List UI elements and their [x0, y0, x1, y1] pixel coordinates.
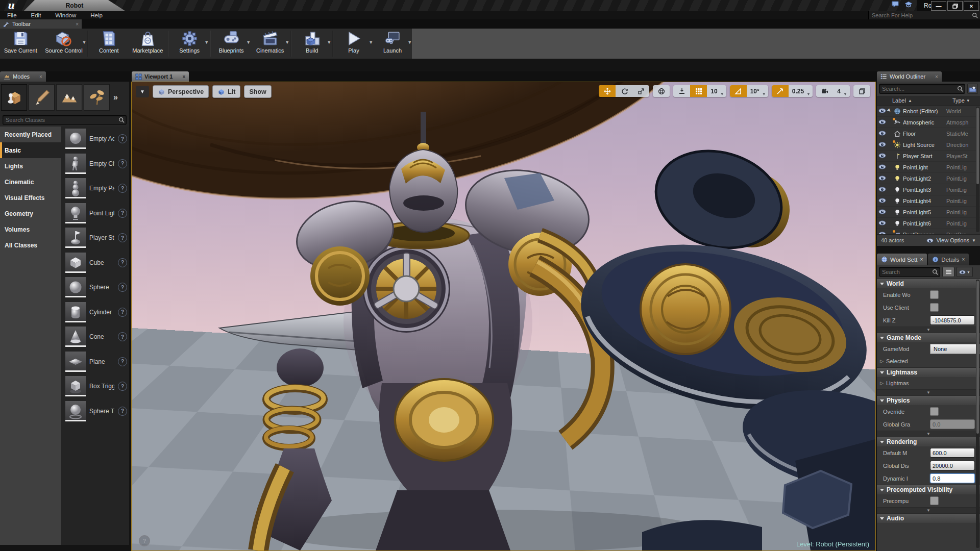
placeable-item-sphere[interactable]: Sphere?	[61, 275, 129, 300]
help-question-icon[interactable]: ?	[118, 184, 127, 193]
chevron-down-icon[interactable]: ▼	[407, 40, 412, 45]
close-icon[interactable]: ×	[76, 21, 79, 27]
column-label[interactable]: Label ▲	[877, 96, 952, 105]
toolbar-button-save-current[interactable]: Save Current	[0, 29, 41, 59]
display-filter-button[interactable]: ▼	[957, 267, 973, 277]
help-question-icon[interactable]: ?	[118, 159, 127, 168]
placeable-item-empty-ch[interactable]: Empty Ch?	[61, 152, 129, 177]
tab-details[interactable]: iDetails×	[928, 254, 969, 265]
help-question-icon[interactable]: ?	[118, 233, 127, 242]
tutorials-graduation-icon[interactable]	[904, 1, 913, 8]
help-question-icon[interactable]: ?	[118, 332, 127, 341]
number-input[interactable]: 0.8	[930, 473, 975, 483]
modes-overflow-chevron-icon[interactable]: »	[113, 93, 118, 102]
camera-speed-button[interactable]	[816, 85, 833, 97]
title-bar[interactable]: u Robot Robot — ×	[0, 0, 980, 11]
toolbar-button-source-control[interactable]: ▼Source Control	[41, 29, 87, 59]
outliner-row-pointlight[interactable]: PointLightPointLig	[877, 162, 980, 173]
modes-tab[interactable]: Modes ×	[0, 71, 46, 82]
number-input[interactable]: 20000.0	[930, 461, 975, 470]
chevron-down-icon[interactable]: ▼	[327, 40, 331, 45]
visibility-eye-icon[interactable]	[878, 108, 886, 115]
section-expander[interactable]: ▼	[877, 431, 980, 437]
create-actor-button[interactable]	[967, 84, 978, 94]
landscape-tool-button[interactable]	[56, 84, 82, 111]
menu-item-edit[interactable]: Edit	[24, 12, 48, 18]
outliner-row-robot-editor[interactable]: ▶Robot (Editor)World	[877, 106, 980, 117]
paint-tool-button[interactable]	[29, 84, 55, 111]
close-icon[interactable]: ×	[920, 257, 923, 262]
globe-button[interactable]	[653, 85, 670, 97]
help-question-icon[interactable]: ?	[118, 382, 127, 391]
help-search[interactable]	[868, 11, 980, 19]
snap-value-button[interactable]: 10▼	[707, 85, 726, 97]
settings-search-box[interactable]	[879, 267, 940, 277]
modes-category-visual-effects[interactable]: Visual Effects	[0, 190, 61, 206]
checkbox[interactable]	[930, 290, 939, 299]
column-type[interactable]: Type ▼	[952, 96, 980, 105]
rotate-button[interactable]	[616, 85, 632, 97]
surface-snap-button[interactable]	[673, 85, 690, 97]
settings-search-input[interactable]	[879, 269, 932, 275]
property-group-lightmas[interactable]: ▷Lightmas	[877, 377, 980, 389]
section-header-precomputed-visibility[interactable]: Precomputed Visibility	[877, 485, 980, 494]
outliner-row-light-source[interactable]: Light SourceDirection	[877, 139, 980, 151]
section-header-world[interactable]: World	[877, 279, 980, 288]
section-header-audio[interactable]: Audio	[877, 513, 980, 523]
property-matrix-button[interactable]	[942, 267, 954, 277]
help-question-icon[interactable]: ?	[118, 134, 127, 143]
viewport-tab[interactable]: Viewport 1 ×	[132, 71, 189, 82]
placeable-item-empty-pa[interactable]: Empty Pa?	[61, 176, 129, 201]
placeable-item-point-ligl[interactable]: Point Ligl?	[61, 201, 129, 226]
search-classes-box[interactable]	[3, 115, 127, 125]
help-question-icon[interactable]: ?	[118, 357, 127, 366]
help-question-icon[interactable]: ?	[118, 258, 127, 267]
modes-category-cinematic[interactable]: Cinematic	[0, 174, 61, 190]
foliage-tool-button[interactable]	[84, 84, 110, 111]
menu-item-file[interactable]: File	[0, 12, 24, 18]
placeable-item-plane[interactable]: Plane?	[61, 349, 129, 374]
perspective-button[interactable]: Perspective	[153, 85, 209, 98]
close-icon[interactable]: ×	[935, 74, 938, 80]
outliner-row-pointlight5[interactable]: PointLight5PointLig	[877, 207, 980, 218]
outliner-row-player-start[interactable]: Player StartPlayerSt	[877, 151, 980, 162]
chevron-down-icon[interactable]: ▼	[82, 40, 86, 45]
help-search-input[interactable]	[869, 12, 972, 18]
settings-scrollbar[interactable]	[976, 280, 979, 548]
placeable-item-box-trigg[interactable]: Box Trigg?	[61, 374, 129, 399]
grid-snap-button[interactable]	[690, 85, 707, 97]
placeable-item-cone[interactable]: Cone?	[61, 324, 129, 349]
viewport-options-dropdown[interactable]: ▼	[136, 86, 149, 97]
outliner-row-pointlight4[interactable]: PointLight4PointLig	[877, 195, 980, 207]
angle-snap-button[interactable]	[730, 85, 747, 97]
toolbar-tab[interactable]: Toolbar ×	[0, 19, 82, 29]
chevron-down-icon[interactable]: ▼	[285, 40, 289, 45]
close-icon[interactable]: ×	[962, 257, 965, 262]
visibility-eye-icon[interactable]	[878, 220, 886, 227]
modes-category-geometry[interactable]: Geometry	[0, 206, 61, 221]
dropdown-select[interactable]: None	[930, 344, 980, 354]
chevron-down-icon[interactable]: ▼	[204, 40, 209, 45]
view-options-button[interactable]: View Options ▼	[926, 237, 976, 243]
visibility-eye-icon[interactable]	[878, 197, 886, 205]
help-question-icon[interactable]: ?	[118, 283, 127, 292]
toolbar-button-content[interactable]: Content	[89, 29, 128, 59]
outliner-row-floor[interactable]: FloorStaticMe	[877, 128, 980, 139]
visibility-eye-icon[interactable]	[878, 141, 886, 148]
modes-category-lights[interactable]: Lights	[0, 158, 61, 174]
close-icon[interactable]: ×	[182, 74, 185, 80]
visibility-eye-icon[interactable]	[878, 186, 886, 193]
placeable-item-cylinder[interactable]: Cylinder?	[61, 300, 129, 325]
section-header-lightmass[interactable]: Lightmass	[877, 367, 980, 377]
placeable-item-cube[interactable]: Cube?	[61, 251, 129, 276]
visibility-eye-icon[interactable]	[878, 231, 886, 235]
section-expander[interactable]: ▼	[877, 389, 980, 395]
number-input[interactable]: -1048575.0	[930, 315, 975, 325]
place-tool-button[interactable]	[1, 84, 27, 111]
chevron-down-icon[interactable]: ▼	[246, 40, 251, 45]
outliner-row-pointlight2[interactable]: PointLight2PointLig	[877, 173, 980, 184]
menu-item-window[interactable]: Window	[48, 12, 83, 18]
close-icon[interactable]: ×	[39, 74, 42, 80]
outliner-scrollbar[interactable]	[976, 107, 979, 232]
toolbar-button-marketplace[interactable]: Marketplace	[128, 29, 167, 59]
